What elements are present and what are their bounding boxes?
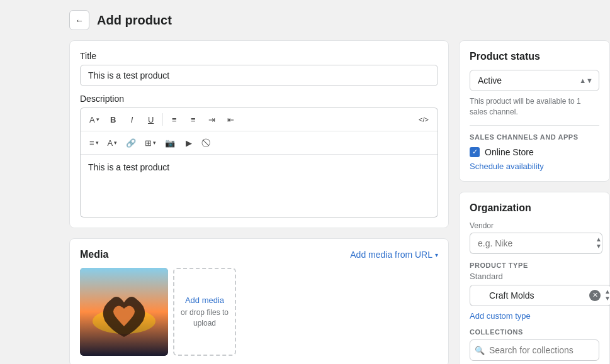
underline-icon: U — [148, 115, 154, 124]
code-button[interactable]: </> — [415, 111, 432, 128]
link-button[interactable]: 🔗 — [122, 134, 140, 152]
align-button[interactable]: ≡ ▾ — [86, 134, 103, 152]
product-type-section: PRODUCT TYPE Standard 🔍 ✕ ▲▼ — [470, 262, 599, 321]
status-hint: This product will be available to 1 sale… — [470, 96, 599, 118]
organization-card: Organization Vendor ▲▼ PRODUCT TYPE Stan… — [459, 192, 610, 364]
schedule-availability-link[interactable]: Schedule availability — [470, 162, 544, 171]
vendor-label: Vendor — [470, 221, 599, 230]
italic-button[interactable]: I — [123, 111, 141, 128]
product-type-search-wrapper: 🔍 ✕ — [470, 285, 604, 306]
product-type-standard: Standard — [470, 272, 599, 281]
align-icon: ≡ — [89, 138, 94, 148]
title-input[interactable] — [80, 65, 438, 86]
outdent-icon: ⇤ — [227, 115, 234, 124]
list-icon: ≡ — [172, 115, 177, 124]
online-store-row: Online Store — [470, 147, 599, 157]
close-icon: ✕ — [592, 291, 598, 299]
bold-button[interactable]: B — [104, 111, 122, 128]
vendor-input[interactable] — [470, 233, 596, 254]
text-icon: A — [89, 115, 95, 124]
video-button[interactable]: ▶ — [180, 134, 198, 152]
font-color-button[interactable]: A ▾ — [104, 134, 121, 152]
block-button[interactable]: ⃠ — [199, 134, 217, 152]
table-icon: ⊞ — [145, 138, 152, 148]
product-type-input-row: 🔍 ✕ ▲▼ — [470, 285, 599, 306]
product-status-title: Product status — [470, 51, 599, 62]
vendor-row: ▲▼ — [470, 233, 599, 254]
status-select[interactable]: Active Draft — [470, 70, 599, 91]
add-media-url-button[interactable]: Add media from URL ▾ — [350, 250, 438, 260]
chevron-down-icon: ▾ — [435, 251, 438, 258]
back-button[interactable]: ← — [69, 10, 89, 30]
font-color-icon: A — [108, 138, 113, 148]
image-button[interactable]: 📷 — [161, 134, 179, 152]
product-type-input[interactable] — [470, 285, 604, 306]
clear-product-type-button[interactable]: ✕ — [589, 290, 601, 301]
align-chevron-icon: ▾ — [96, 140, 99, 146]
chevron-down-icon: ▾ — [96, 116, 99, 123]
title-label: Title — [80, 51, 438, 61]
add-custom-type-link[interactable]: Add custom type — [470, 311, 531, 321]
code-icon: </> — [419, 116, 429, 123]
product-details-card: Title Description A ▾ B I U ≡ — [69, 40, 449, 228]
table-chevron-icon: ▾ — [153, 140, 156, 146]
toolbar-row-1: A ▾ B I U ≡ ≡ ⇥ ⇤ </> — [81, 108, 438, 131]
toolbar-row-2: ≡ ▾ A ▾ 🔗 ⊞ ▾ 📷 ▶ — [81, 131, 438, 155]
product-type-arrow-button[interactable]: ▲▼ — [604, 285, 610, 306]
online-store-checkbox[interactable] — [470, 147, 480, 157]
description-editor[interactable]: This is a test product — [80, 155, 438, 218]
collections-label: COLLECTIONS — [470, 328, 599, 336]
organization-title: Organization — [470, 202, 599, 214]
link-icon: 🔗 — [126, 138, 136, 148]
media-card: Media Add media from URL ▾ — [69, 238, 449, 364]
media-title: Media — [80, 249, 108, 260]
product-type-label: PRODUCT TYPE — [470, 262, 599, 269]
media-grid: Add media or drop files to upload — [80, 268, 438, 356]
add-media-link: Add media — [185, 295, 224, 305]
image-icon: 📷 — [165, 138, 175, 148]
indent-icon: ⇥ — [208, 115, 215, 124]
indent-button[interactable]: ⇥ — [203, 111, 221, 128]
ordered-list-button[interactable]: ≡ — [184, 111, 202, 128]
bold-icon: B — [110, 115, 116, 124]
page-title: Add product — [97, 13, 172, 28]
italic-icon: I — [131, 115, 133, 124]
back-icon: ← — [75, 16, 83, 25]
divider-1 — [470, 125, 599, 126]
editor-toolbar: A ▾ B I U ≡ ≡ ⇥ ⇤ </> — [80, 108, 438, 155]
product-status-card: Product status Active Draft ▲▼ This prod… — [459, 40, 610, 182]
collections-section: COLLECTIONS 🔍 — [470, 328, 599, 361]
online-store-label: Online Store — [485, 147, 534, 157]
table-button[interactable]: ⊞ ▾ — [141, 134, 160, 152]
media-header: Media Add media from URL ▾ — [80, 249, 438, 260]
collections-search-icon: 🔍 — [475, 345, 485, 355]
vendor-arrow-button[interactable]: ▲▼ — [596, 233, 602, 254]
text-format-button[interactable]: A ▾ — [86, 111, 103, 128]
collections-search-input[interactable] — [470, 339, 599, 361]
type-arrows-icon: ▲▼ — [604, 289, 610, 302]
font-color-chevron-icon: ▾ — [114, 140, 117, 146]
underline-button[interactable]: U — [142, 111, 160, 128]
unordered-list-button[interactable]: ≡ — [166, 111, 183, 128]
collections-search-wrapper: 🔍 — [470, 339, 599, 361]
description-text: This is a test product — [88, 162, 169, 172]
vendor-arrows-icon: ▲▼ — [596, 236, 602, 250]
product-image[interactable] — [80, 268, 168, 356]
media-upload-box[interactable]: Add media or drop files to upload — [173, 268, 236, 356]
toolbar-divider-1 — [162, 113, 163, 126]
outdent-button[interactable]: ⇤ — [222, 111, 240, 128]
status-select-wrapper: Active Draft ▲▼ — [470, 70, 599, 91]
sales-channels-title: SALES CHANNELS AND APPS — [470, 133, 599, 141]
ordered-list-icon: ≡ — [191, 115, 196, 124]
description-label: Description — [80, 94, 438, 104]
video-icon: ▶ — [186, 138, 192, 148]
upload-text: or drop files to upload — [179, 307, 230, 329]
